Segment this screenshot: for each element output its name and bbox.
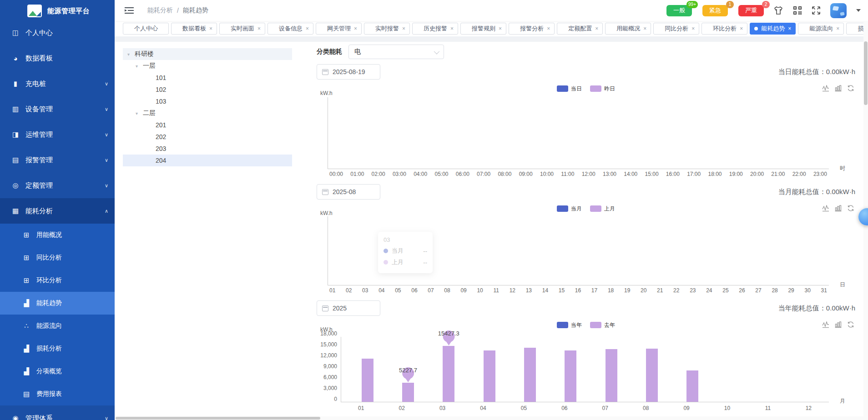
fullscreen-icon[interactable] (812, 6, 821, 15)
y-tick-label: 9,000 (323, 363, 337, 370)
tab[interactable]: 实时报警 × (364, 23, 410, 35)
refresh-icon[interactable] (847, 205, 854, 212)
tab[interactable]: 报警规则 × (460, 23, 506, 35)
tab-close-icon[interactable]: × (788, 26, 791, 31)
tree-node[interactable]: 201 (123, 119, 292, 131)
sidebar-item[interactable]: ∴ 能源流向 (0, 315, 115, 337)
bar-chart-icon[interactable] (835, 85, 842, 92)
sidebar-item[interactable]: ▮ 充电桩 ∨ (0, 71, 115, 96)
tab-close-icon[interactable]: × (402, 26, 405, 31)
tab[interactable]: 能源流向 × (798, 23, 844, 35)
vertical-scrollbar-thumb[interactable] (864, 41, 868, 105)
sidebar-item[interactable]: ▟ 损耗分析 (0, 337, 115, 360)
year-chart-plot: 月 5227.715427.3 (341, 337, 829, 402)
sidebar-item[interactable]: ▤ 费用报表 (0, 383, 115, 405)
year-total: 当年能耗总值：0.00kW·h (778, 304, 855, 313)
tab[interactable]: 报警分析 × (509, 23, 555, 35)
sidebar-item-label: 报警管理 (25, 156, 53, 165)
x-tick-label: 09 (666, 405, 707, 412)
bar-chart-icon[interactable] (835, 205, 842, 212)
sidebar-item[interactable]: ▟ 能耗趋势 (0, 292, 115, 315)
sidebar-item[interactable]: ◫ 个人中心 (0, 20, 115, 45)
tab[interactable]: 历史报警 × (412, 23, 458, 35)
alarm-level-button[interactable]: 严重 2 (738, 5, 764, 16)
sidebar-item[interactable]: ▦ 能耗分析 ∧ (0, 198, 115, 224)
x-tick-label: 04 (378, 287, 384, 295)
bar-chart-icon[interactable] (835, 321, 842, 328)
sidebar-item[interactable]: ⊞ 同比分析 (0, 246, 115, 269)
qrcode-icon[interactable] (793, 6, 802, 15)
tab-close-icon[interactable]: × (306, 26, 309, 31)
sidebar-item[interactable]: ◕ 数据看板 (0, 45, 115, 71)
tab-close-icon[interactable]: × (547, 26, 550, 31)
theme-shirt-icon[interactable] (773, 6, 783, 15)
tree-node[interactable]: 202 (123, 131, 292, 143)
sidebar-item[interactable]: ▤ 报警管理 ∨ (0, 147, 115, 173)
chevron-icon: ∨ (105, 157, 108, 163)
tree-node[interactable]: ▾ 一层 (123, 60, 292, 72)
energy-category-select[interactable]: 电 (348, 45, 444, 59)
alarm-level-button[interactable]: 一般 99+ (666, 5, 692, 16)
line-chart-icon[interactable] (822, 85, 829, 92)
refresh-icon[interactable] (847, 85, 854, 92)
sidebar-item[interactable]: ▟ 分项概览 (0, 360, 115, 383)
tree-node[interactable]: 101 (123, 72, 292, 84)
tab[interactable]: 数据看板 × (171, 23, 217, 35)
legend-item[interactable]: 当月 (557, 205, 582, 213)
line-chart-icon[interactable] (822, 321, 829, 328)
refresh-icon[interactable] (847, 321, 854, 328)
tree-node[interactable]: 204 (123, 155, 292, 166)
sidebar-item[interactable]: ⊞ 用能概况 (0, 224, 115, 246)
year-chart: 18,00015,00012,0009,0006,0003,0000 月 522… (317, 334, 855, 402)
caret-down-icon[interactable] (856, 9, 861, 14)
sidebar-item[interactable]: ▥ 设备管理 ∨ (0, 96, 115, 122)
sidebar-item[interactable]: ◎ 定额管理 ∨ (0, 173, 115, 198)
tree-caret-icon: ▾ (136, 64, 140, 69)
month-date-picker[interactable]: 2025-08 (317, 184, 380, 200)
tab[interactable]: 环比分析 × (701, 23, 747, 35)
tree-node[interactable]: ▾ 科研楼 (123, 48, 292, 60)
tab[interactable]: 设备信息 × (267, 23, 313, 35)
month-x-unit: 日 (840, 281, 845, 289)
legend-item[interactable]: 去年 (590, 321, 615, 329)
breadcrumb-parent[interactable]: 能耗分析 (147, 6, 173, 15)
tab[interactable]: 能耗趋势 × (750, 23, 796, 35)
tab[interactable]: 用能概况 × (605, 23, 651, 35)
sidebar-item[interactable]: ⊞ 环比分析 (0, 269, 115, 292)
tab-close-icon[interactable]: × (643, 26, 646, 31)
tab[interactable]: 网关管理 × (316, 23, 362, 35)
menu-collapse-icon[interactable] (125, 7, 134, 14)
sidebar-item[interactable]: ◉ 管理体系 ∨ (0, 405, 115, 420)
sidebar-item[interactable]: ◨ 运维管理 ∨ (0, 122, 115, 147)
tab-close-icon[interactable]: × (836, 26, 839, 31)
horizontal-scrollbar-thumb[interactable] (116, 417, 320, 420)
tab[interactable]: 实时画面 × (219, 23, 265, 35)
tree-node[interactable]: 103 (123, 95, 292, 107)
tab[interactable]: 定额配置 × (557, 23, 603, 35)
legend-item[interactable]: 当年 (557, 321, 582, 329)
tab-close-icon[interactable]: × (595, 26, 598, 31)
legend-item[interactable]: 昨日 (590, 85, 615, 93)
tree-node[interactable]: 203 (123, 143, 292, 155)
sidebar-item-icon: ◎ (11, 181, 20, 190)
sidebar-item-icon: ▤ (11, 156, 20, 164)
avatar[interactable] (830, 3, 847, 18)
line-chart-icon[interactable] (822, 205, 829, 212)
tab-close-icon[interactable]: × (450, 26, 454, 31)
tab-close-icon[interactable]: × (354, 26, 357, 31)
tree-node[interactable]: 102 (123, 84, 292, 95)
year-date-picker[interactable]: 2025 (317, 300, 380, 316)
tab[interactable]: 个人中心 × (123, 23, 169, 35)
tab-close-icon[interactable]: × (740, 26, 743, 31)
tab-close-icon[interactable]: × (691, 26, 695, 31)
tab-close-icon[interactable]: × (257, 26, 261, 31)
day-date-picker[interactable]: 2025-08-19 (317, 64, 380, 80)
tab[interactable]: 同比分析 × (653, 23, 699, 35)
tab-close-icon[interactable]: × (209, 26, 212, 31)
tree-node-label: 102 (156, 86, 166, 93)
tree-node[interactable]: ▾ 二层 (123, 107, 292, 119)
tab-close-icon[interactable]: × (499, 26, 502, 31)
legend-item[interactable]: 上月 (590, 205, 615, 213)
legend-item[interactable]: 当日 (557, 85, 582, 93)
alarm-level-button[interactable]: 紧急 1 (702, 5, 728, 16)
